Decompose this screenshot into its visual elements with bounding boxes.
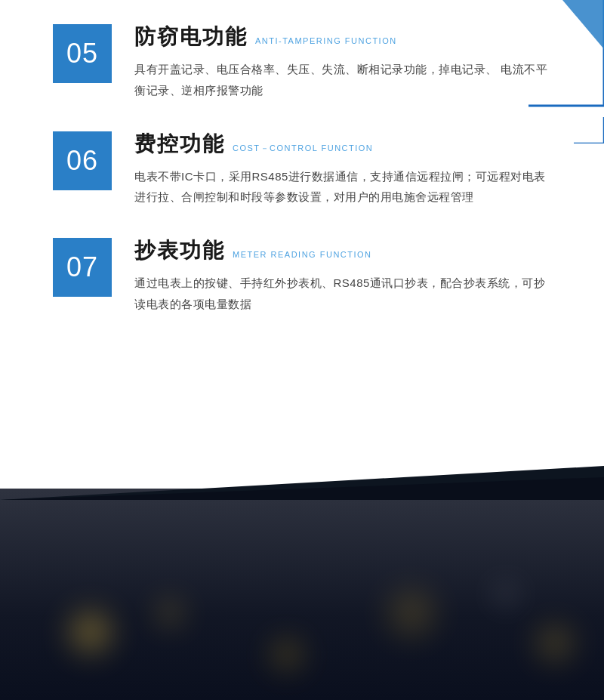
feature-title-en-06: COST－CONTROL FUNCTION xyxy=(233,143,373,154)
bokeh-light-4 xyxy=(378,579,445,647)
bokeh-light-3 xyxy=(264,632,310,677)
feature-title-cn-05: 防窃电功能 xyxy=(134,23,248,51)
number-box-07: 07 xyxy=(53,238,112,297)
number-box-05: 05 xyxy=(53,24,112,83)
number-label-07: 07 xyxy=(66,251,98,283)
feature-desc-06: 电表不带IC卡口，采用RS485进行数据通信，支持通信远程拉闸；可远程对电表进行… xyxy=(134,166,551,208)
bottom-area xyxy=(0,489,604,700)
bottom-bg xyxy=(0,489,604,700)
feature-text-07: 抄表功能 METER READING FUNCTION 通过电表上的按键、手持红… xyxy=(134,236,551,315)
feature-item-07: 07 抄表功能 METER READING FUNCTION 通过电表上的按键、… xyxy=(53,236,551,315)
feature-title-cn-07: 抄表功能 xyxy=(134,236,225,265)
page-wrapper: 05 防窃电功能 ANTI-TAMPERING FUNCTION 具有开盖记录、… xyxy=(0,0,604,700)
feature-item-06: 06 费控功能 COST－CONTROL FUNCTION 电表不带IC卡口，采… xyxy=(53,130,551,208)
bokeh-light-2 xyxy=(151,594,189,632)
number-label-06: 06 xyxy=(66,145,98,177)
feature-desc-07: 通过电表上的按键、手持红外抄表机、RS485通讯口抄表，配合抄表系统，可抄读电表… xyxy=(134,273,551,315)
feature-title-row-07: 抄表功能 METER READING FUNCTION xyxy=(134,236,551,265)
bokeh-light-1 xyxy=(60,602,121,662)
feature-title-en-07: METER READING FUNCTION xyxy=(233,250,372,259)
bokeh-light-6 xyxy=(528,617,581,670)
number-label-05: 05 xyxy=(66,38,98,69)
bokeh-light-5 xyxy=(491,579,521,609)
feature-item-05: 05 防窃电功能 ANTI-TAMPERING FUNCTION 具有开盖记录、… xyxy=(53,23,551,101)
triangle-decoration xyxy=(483,0,604,146)
number-box-06: 06 xyxy=(53,131,112,190)
svg-marker-0 xyxy=(562,0,604,49)
svg-marker-2 xyxy=(0,477,604,500)
diagonal-separator xyxy=(0,458,604,500)
feature-title-cn-06: 费控功能 xyxy=(134,130,225,159)
feature-title-en-05: ANTI-TAMPERING FUNCTION xyxy=(255,36,397,45)
